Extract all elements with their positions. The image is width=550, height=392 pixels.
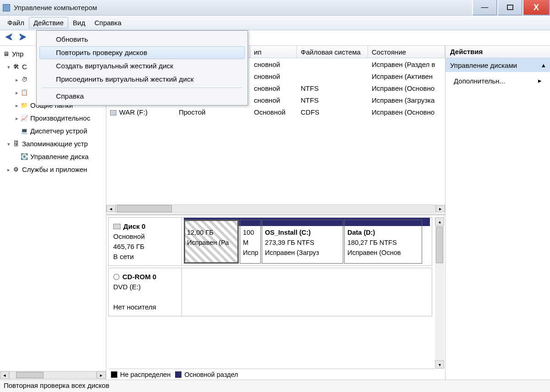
disk-state: В сети [113,252,177,262]
disk-size: 465,76 ГБ [113,242,177,252]
menu-action[interactable]: Действие [29,17,68,28]
menu-item-create-vhd[interactable]: Создать виртуальный жесткий диск [39,60,245,72]
storage-icon: 🗄 [12,140,20,148]
expander-icon[interactable]: ▸ [14,99,20,112]
disk-state: Нет носителя [113,302,177,312]
expander-icon[interactable]: ▸ [14,86,20,99]
device-icon: 💻 [20,127,28,135]
scroll-left-button[interactable]: ◂ [0,371,9,379]
disk-row-0: Диск 0 Основной 465,76 ГБ В сети 12,00 Г… [108,217,432,266]
scroll-up-button[interactable]: ▴ [435,217,444,226]
menu-item-attach-vhd[interactable]: Присоединить виртуальный жесткий диск [39,73,245,86]
disk-map: Диск 0 Основной 465,76 ГБ В сети 12,00 Г… [106,215,445,380]
partition-box[interactable]: 100 М Испр [240,220,261,264]
menu-item-refresh[interactable]: Обновить [39,33,245,46]
disk-strip: 12,00 ГБ Исправен (Ра 100 М Испр OS_Inst… [182,218,432,265]
disk-info[interactable]: CD-ROM 0 DVD (E:) Нет носителя [109,268,182,316]
col-filesystem[interactable]: Файловая система [297,46,368,58]
volume-row[interactable]: WAR (F:)ПростойОсновнойCDFSИсправен (Осн… [106,106,445,118]
legend-swatch-primary [175,371,182,378]
scroll-thumb[interactable] [436,226,443,263]
scroll-left-button[interactable]: ◂ [106,205,116,212]
disk-strip [182,268,432,316]
volume-icon [110,110,116,116]
disk-type: DVD (E:) [113,282,177,292]
scroll-right-button[interactable]: ▸ [436,205,445,212]
services-icon: ⚙ [12,166,20,174]
menu-view[interactable]: Вид [68,17,90,28]
expander-icon[interactable]: ▸ [14,73,20,86]
scroll-thumb[interactable] [16,372,44,378]
legend-label: Не распределен [120,371,170,378]
scroll-down-button[interactable]: ▾ [435,360,444,369]
folder-icon: 📁 [20,101,28,110]
partition-box[interactable]: 12,00 ГБ Исправен (Ра [184,220,239,264]
tree-storage[interactable]: ▾🗄Запоминающие устр [2,138,104,150]
tree-services[interactable]: ▸⚙Службы и приложен [2,163,104,176]
scroll-thumb[interactable] [117,205,172,212]
tools-icon: 🛠 [12,63,20,71]
close-button[interactable]: X [522,0,550,16]
window-controls: — X [472,0,550,16]
disk-icon: 💽 [20,153,28,161]
expander-icon[interactable]: ▸ [6,163,12,176]
actions-header: Действия [446,46,550,58]
scroll-track[interactable] [9,371,97,379]
tree-hscroll: ◂ ▸ [0,370,106,380]
statusbar: Повторная проверка всех дисков [0,380,550,392]
action-menu-dropdown: Обновить Повторить проверку дисков Созда… [36,30,248,105]
menu-file[interactable]: Файл [3,17,29,28]
scroll-track[interactable] [116,204,436,213]
menu-item-help[interactable]: Справка [39,90,245,103]
chevron-right-icon: ▸ [538,77,542,85]
window-title: Управление компьютером [14,4,97,11]
titlebar: Управление компьютером — X [0,0,550,16]
maximize-button[interactable] [497,0,522,16]
volume-hscroll: ◂ ▸ [106,204,445,214]
app-icon [3,4,10,11]
diskmap-vscroll: ▴ ▾ [435,217,444,369]
back-button[interactable]: ⮜ [5,33,14,43]
tree-performance[interactable]: ▸📈Производительнос [2,112,104,125]
scroll-right-button[interactable]: ▸ [97,371,106,379]
disk-name: CD-ROM 0 [122,273,156,281]
legend-swatch-unallocated [111,371,117,378]
menu-separator [42,88,242,88]
chevron-up-icon: ▴ [542,61,545,69]
tree-disk-management[interactable]: 💽Управление диска [2,150,104,163]
legend: Не распределен Основной раздел [109,369,434,380]
computer-icon: 🖥 [2,50,10,58]
menu-help[interactable]: Справка [90,17,126,28]
forward-button[interactable]: ⮞ [18,33,28,43]
col-status[interactable]: Состояние [368,46,445,58]
disk-row-cdrom: CD-ROM 0 DVD (E:) Нет носителя [108,268,432,316]
minimize-button[interactable]: — [472,0,497,16]
perf-icon: 📈 [20,114,28,122]
disk-name: Диск 0 [123,222,145,230]
disk-icon [113,224,121,229]
actions-title[interactable]: Управление дисками ▴ [446,58,550,72]
actions-pane: Действия Управление дисками ▴ Дополнител… [446,46,550,380]
menubar: Файл Действие Вид Справка [0,16,550,30]
partition-box[interactable]: OS_Install (C:) 273,39 ГБ NTFS Исправен … [262,220,343,264]
partition-box[interactable]: Data (D:) 180,27 ГБ NTFS Исправен (Основ [344,220,422,264]
tree-device-manager[interactable]: 💻Диспетчер устрой [2,125,104,138]
scheduler-icon: ⏱ [20,76,28,84]
expander-icon[interactable]: ▾ [6,61,12,73]
menu-item-rescan-disks[interactable]: Повторить проверку дисков [39,46,245,59]
expander-icon[interactable]: ▸ [14,112,20,125]
expander-icon[interactable]: ▾ [6,138,12,150]
event-icon: 📋 [20,88,28,97]
disk-info[interactable]: Диск 0 Основной 465,76 ГБ В сети [109,218,182,265]
col-type[interactable]: ип [250,46,297,58]
legend-label: Основной раздел [184,371,238,378]
disk-type: Основной [113,232,177,242]
cd-icon [113,274,120,280]
actions-more[interactable]: Дополнительн... ▸ [446,72,550,89]
